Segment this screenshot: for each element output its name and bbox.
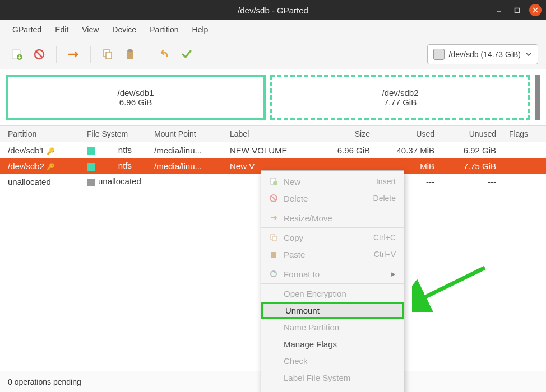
cm-paste[interactable]: PasteCtrl+V (261, 246, 404, 263)
menubar: GParted Edit View Device Partition Help (0, 20, 546, 39)
th-partition[interactable]: Partition (0, 129, 87, 138)
svg-point-15 (273, 181, 277, 185)
device-label: /dev/sdb (14.73 GiB) (449, 50, 521, 59)
cm-new-uuid[interactable]: New UUID (261, 386, 404, 392)
cm-separator (261, 283, 404, 284)
svg-rect-20 (271, 252, 276, 258)
cm-separator (261, 208, 404, 208)
svg-line-22 (419, 268, 485, 300)
cm-label: Resize/Move (284, 213, 332, 223)
cell-partition: /dev/sdb2 (8, 161, 44, 171)
cm-new[interactable]: NewInsert (261, 173, 404, 190)
table-row[interactable]: /dev/sdb1🔑 ntfs /media/linu... NEW VOLUM… (0, 142, 546, 158)
paste-icon (269, 250, 278, 258)
lock-icon: 🔑 (47, 163, 55, 171)
cm-label: Format to (284, 269, 320, 279)
submenu-arrow-icon: ▸ (391, 269, 396, 279)
cm-delete[interactable]: DeleteDelete (261, 190, 404, 207)
cm-separator (261, 227, 404, 228)
cell-used: MiB (370, 161, 434, 171)
cm-label: Check (284, 356, 308, 366)
cm-label: Delete (284, 194, 308, 203)
cell-partition: unallocated (8, 177, 51, 186)
cm-open-encryption[interactable]: Open Encryption (261, 285, 404, 302)
cm-copy[interactable]: CopyCtrl+C (261, 229, 404, 246)
annotation-arrow (412, 262, 491, 312)
cm-label: Paste (284, 250, 305, 259)
cm-unmount[interactable]: Unmount (261, 302, 404, 319)
cell-used: 40.37 MiB (370, 146, 434, 155)
cell-unused: --- (434, 177, 496, 186)
device-selector[interactable]: /dev/sdb (14.73 GiB) (427, 44, 538, 64)
copy-icon (269, 234, 278, 241)
menu-view[interactable]: View (76, 22, 104, 38)
cm-label: New UUID (284, 390, 323, 393)
cm-label: New (284, 177, 300, 186)
svg-rect-11 (106, 52, 112, 59)
th-flags[interactable]: Flags (496, 129, 541, 138)
cm-resize[interactable]: Resize/Move (261, 209, 404, 226)
th-filesystem[interactable]: File System (87, 129, 154, 138)
undo-icon[interactable] (155, 45, 173, 63)
cell-unused: 7.75 GiB (434, 161, 496, 171)
cm-shortcut: Insert (376, 177, 396, 186)
cell-fs: unallocated (98, 176, 141, 186)
cm-label: Manage Flags (284, 339, 337, 349)
delete-icon (269, 194, 278, 202)
th-label[interactable]: Label (230, 129, 317, 138)
disk-part-size: 7.77 GiB (384, 97, 417, 107)
cm-separator (261, 264, 404, 264)
menu-partition[interactable]: Partition (144, 22, 184, 38)
disk-part-sdb2[interactable]: /dev/sdb2 7.77 GiB (270, 75, 530, 120)
menu-edit[interactable]: Edit (49, 22, 74, 38)
new-partition-icon[interactable] (8, 45, 26, 63)
cm-check[interactable]: Check (261, 352, 404, 369)
th-mountpoint[interactable]: Mount Point (154, 129, 230, 138)
paste-icon[interactable] (121, 45, 139, 63)
toolbar: /dev/sdb (14.73 GiB) (0, 39, 546, 69)
th-unused[interactable]: Unused (434, 129, 496, 138)
svg-rect-1 (515, 8, 519, 12)
copy-icon[interactable] (99, 45, 117, 63)
disk-part-name: /dev/sdb2 (382, 88, 418, 97)
disk-unallocated-sliver (535, 75, 540, 120)
cm-label: Name Partition (284, 323, 339, 332)
fs-swatch (87, 179, 95, 186)
cell-mount: /media/linu... (154, 146, 230, 155)
cell-label: New V (230, 161, 317, 171)
lock-icon: 🔑 (47, 147, 55, 155)
no-entry-icon[interactable] (30, 45, 48, 63)
titlebar: /dev/sdb - GParted (0, 0, 546, 20)
th-size[interactable]: Size (317, 129, 370, 138)
cm-shortcut: Ctrl+C (373, 233, 396, 242)
context-menu: NewInsert DeleteDelete Resize/Move CopyC… (261, 170, 404, 392)
window-controls (493, 4, 542, 16)
cm-label-filesystem[interactable]: Label File System (261, 369, 404, 386)
cm-label: Open Encryption (284, 289, 346, 298)
resize-move-icon[interactable] (64, 45, 82, 63)
resize-icon (269, 214, 278, 222)
cm-label: Unmount (285, 306, 320, 315)
menu-device[interactable]: Device (107, 22, 142, 38)
disk-part-sdb1[interactable]: /dev/sdb1 6.96 GiB (6, 75, 266, 120)
cm-manage-flags[interactable]: Manage Flags (261, 335, 404, 352)
cm-format-to[interactable]: Format to▸ (261, 265, 404, 282)
cell-unused: 6.92 GiB (434, 146, 496, 155)
menu-help[interactable]: Help (187, 22, 214, 38)
status-text: 0 operations pending (8, 377, 81, 386)
disk-part-name: /dev/sdb1 (117, 88, 154, 97)
svg-point-21 (271, 271, 276, 277)
close-button[interactable] (529, 4, 542, 16)
cm-shortcut: Delete (373, 194, 396, 203)
minimize-button[interactable] (493, 4, 505, 16)
th-used[interactable]: Used (370, 129, 434, 138)
menu-gparted[interactable]: GParted (7, 22, 47, 38)
apply-icon[interactable] (178, 45, 196, 63)
svg-rect-13 (128, 49, 132, 52)
cm-shortcut: Ctrl+V (374, 250, 396, 259)
cell-label: NEW VOLUME (230, 146, 317, 155)
window-title: /dev/sdb - GParted (238, 6, 308, 15)
maximize-button[interactable] (511, 4, 522, 16)
cm-name-partition[interactable]: Name Partition (261, 319, 404, 335)
disk-map: /dev/sdb1 6.96 GiB /dev/sdb2 7.77 GiB (0, 69, 546, 125)
